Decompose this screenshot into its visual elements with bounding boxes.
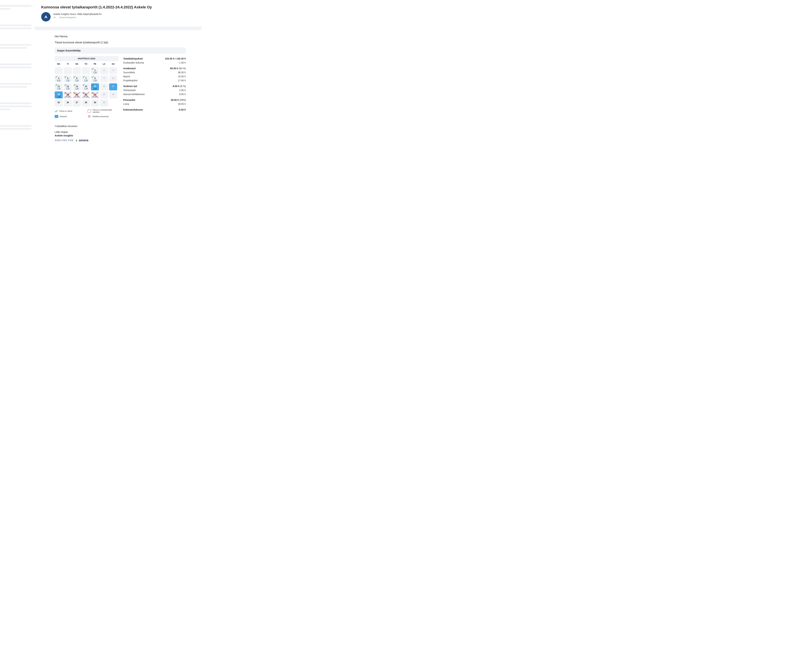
day-hours[interactable]: 7:30 bbox=[66, 79, 70, 81]
calendar-title: HUHTIKUU 2022 bbox=[55, 56, 118, 61]
sender-name: Askele Insights Hours <little.helper@ask… bbox=[53, 13, 102, 15]
day-number: 12 bbox=[66, 85, 69, 88]
calendar-day[interactable]: 117:30 bbox=[55, 83, 63, 90]
calendar-day[interactable]: 157:30 bbox=[91, 83, 99, 90]
stats-row: Loma30:00 h bbox=[123, 102, 186, 106]
day-hours[interactable]: 7:30 bbox=[66, 96, 70, 98]
check-icon bbox=[73, 84, 76, 86]
check-icon bbox=[73, 92, 76, 94]
stats-header-row: Kokonaisliukuma-5:30 h bbox=[123, 108, 186, 112]
day-hours[interactable]: 7:00 bbox=[93, 71, 97, 73]
stats-label: Poissaolot bbox=[123, 99, 135, 101]
day-hours[interactable]: 7:30 bbox=[66, 88, 70, 89]
day-number: 13 bbox=[76, 85, 78, 88]
day-hours[interactable]: 7:30 bbox=[93, 96, 97, 98]
email-subject: Kunnossa olevat työaikaraportit (1.4.202… bbox=[41, 5, 197, 9]
day-number: 24 bbox=[112, 93, 114, 95]
day-number: 5 bbox=[67, 77, 68, 79]
stats-row: Suunnittelu38:30 h bbox=[123, 70, 186, 74]
check-icon bbox=[91, 84, 94, 86]
day-number: 14 bbox=[85, 85, 87, 88]
day-number: 22 bbox=[94, 93, 96, 95]
weekday-header: PE bbox=[91, 62, 99, 66]
holiday-swatch-icon bbox=[55, 115, 58, 118]
stats-value: 6:00 h bbox=[179, 93, 186, 96]
calendar-day[interactable]: 187:30 bbox=[55, 91, 63, 98]
calendar-day[interactable]: 46:30 bbox=[55, 75, 63, 82]
calendar-legend: Päivä on valmis Päivä on merkitsemättä v… bbox=[55, 109, 118, 118]
day-number: 16 bbox=[103, 85, 105, 88]
day-hours[interactable]: 7:30 bbox=[57, 88, 60, 89]
addons-label: ADD-ONS FOR bbox=[55, 139, 73, 142]
weekday-header: TI bbox=[64, 62, 72, 66]
day-hours[interactable]: 7:30 bbox=[84, 88, 88, 89]
day-hours[interactable]: 7:30 bbox=[75, 88, 78, 89]
stats-row: Projektinjohto17:00 h bbox=[123, 78, 186, 83]
stats-label: Toimistotyöt bbox=[123, 89, 136, 91]
stats-value: - 1:30 h bbox=[178, 61, 186, 64]
stats-row: Kuukauden liukuma- 1:30 h bbox=[123, 61, 186, 65]
calendar-day[interactable]: 77:30 bbox=[82, 75, 90, 82]
severa-icon bbox=[75, 139, 78, 142]
day-number: 11 bbox=[58, 85, 60, 88]
stats-row: Itsensä kehittäminen6:00 h bbox=[123, 92, 186, 96]
calendar-day[interactable]: 217:30 bbox=[82, 91, 90, 98]
partner-name: severa bbox=[79, 139, 88, 142]
stats-label: Asiakastyö bbox=[123, 67, 136, 70]
day-number: 10 bbox=[112, 77, 114, 79]
check-icon bbox=[82, 76, 85, 78]
check-icon bbox=[73, 76, 76, 78]
calendar-day[interactable]: 227:30 bbox=[91, 91, 99, 98]
calendar-day: 3 bbox=[109, 67, 117, 74]
calendar-day[interactable]: 127:30 bbox=[64, 83, 72, 90]
weekday-header: SU bbox=[109, 62, 117, 66]
check-icon bbox=[64, 76, 66, 78]
day-hours[interactable]: 7:30 bbox=[93, 79, 97, 81]
calendar-day[interactable]: 17:00 bbox=[91, 67, 99, 74]
stats-label: Suunnittelu bbox=[123, 71, 135, 74]
calendar-day bbox=[55, 67, 63, 74]
day-number: 9 bbox=[104, 77, 105, 79]
dashed-box-icon bbox=[88, 109, 91, 113]
calendar-day: 2 bbox=[100, 67, 108, 74]
day-number: 30 bbox=[103, 101, 105, 104]
stats-value: 2:00 h bbox=[179, 89, 186, 91]
calendar-day: 9 bbox=[100, 75, 108, 82]
stats-value: 17:00 h bbox=[178, 79, 186, 82]
calendar-day[interactable]: 137:30 bbox=[73, 83, 81, 90]
check-icon bbox=[91, 68, 94, 70]
day-number: 23 bbox=[103, 93, 105, 95]
stats-label: Loma bbox=[123, 103, 129, 105]
stats-label: Projektinjohto bbox=[123, 79, 138, 82]
legend-unmarked: Päivä on merkitsemättä valmiiksi bbox=[93, 109, 118, 113]
day-hours[interactable]: 7:30 bbox=[84, 96, 88, 98]
calendar-day[interactable]: 197:30 bbox=[64, 91, 72, 98]
calendar-day: 23 bbox=[100, 91, 108, 98]
day-hours[interactable]: 7:30 bbox=[75, 79, 78, 81]
day-hours[interactable]: 7:30 bbox=[84, 79, 88, 81]
day-hours[interactable]: 7:30 bbox=[93, 88, 97, 89]
stats-label: Sisäinen työ bbox=[123, 85, 137, 88]
calendar-day: 27 bbox=[73, 99, 81, 106]
day-hours[interactable]: 7:30 bbox=[75, 96, 78, 98]
calendar-day[interactable]: 87:30 bbox=[91, 75, 99, 82]
day-hours[interactable]: 6:30 bbox=[57, 79, 60, 81]
partner-logo: severa bbox=[75, 139, 88, 142]
calendar-day[interactable]: 67:30 bbox=[73, 75, 81, 82]
calendar-day[interactable]: 57:30 bbox=[64, 75, 72, 82]
stats-table: Työaikakirjaukset103:30 h / 142:30 hKuuk… bbox=[123, 56, 186, 112]
calendar-day[interactable]: 207:30 bbox=[73, 91, 81, 98]
day-hours[interactable]: 7:30 bbox=[57, 96, 60, 98]
calendar-day[interactable]: 147:30 bbox=[82, 83, 90, 90]
recipient-name: Hanna Karppinen bbox=[59, 16, 76, 19]
logo-icon bbox=[44, 15, 48, 19]
day-number: 1 bbox=[95, 69, 96, 71]
day-number: 28 bbox=[85, 101, 87, 104]
recipient-line: To Hanna Karppinen bbox=[53, 16, 102, 19]
calendar-day: 25 bbox=[55, 99, 63, 106]
weekday-header: LA bbox=[100, 62, 108, 66]
calendar-day: 29 bbox=[91, 99, 99, 106]
check-icon bbox=[55, 109, 58, 113]
divider bbox=[35, 26, 202, 30]
check-icon bbox=[64, 84, 66, 86]
